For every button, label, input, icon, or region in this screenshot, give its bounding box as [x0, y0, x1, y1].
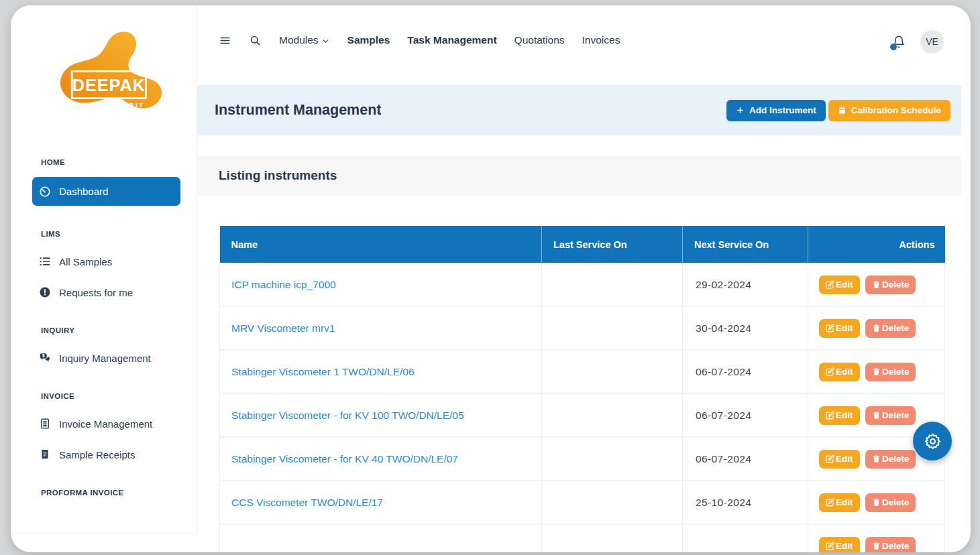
last-service-cell — [542, 263, 683, 307]
table-row: CCS Viscometer TWO/DN/LE/17 25-10-2024 E… — [220, 481, 945, 524]
delete-button-label: Delete — [882, 367, 910, 377]
logo-secondary-text: CYBIT — [117, 101, 145, 109]
user-avatar[interactable]: VE — [920, 30, 944, 54]
last-service-cell — [542, 306, 683, 350]
instrument-name-link[interactable]: Stabinger Viscometer 1 TWO/DN/LE/06 — [231, 366, 415, 377]
last-service-cell — [542, 481, 683, 524]
edit-button-label: Edit — [836, 497, 853, 507]
nav-link-invoices[interactable]: Invoices — [582, 34, 620, 46]
delete-button[interactable]: Delete — [865, 363, 916, 381]
sidebar-item-label: Invoice Management — [59, 418, 152, 430]
next-service-cell: 06-07-2024 — [683, 437, 808, 481]
sidebar-item-invoice-management[interactable]: Invoice Management — [32, 414, 180, 434]
next-service-cell — [683, 524, 808, 552]
listing-section-bar: Listing instruments — [197, 156, 961, 196]
sidebar-section-heading: PROFORMA INVOICE — [41, 489, 197, 499]
calibration-schedule-button[interactable]: Calibration Schedule — [828, 100, 950, 121]
sidebar-item-label: All Samples — [59, 256, 112, 267]
nav-link-label: Quotations — [514, 34, 565, 46]
last-service-cell — [542, 350, 683, 393]
edit-button[interactable]: Edit — [819, 275, 860, 294]
instrument-name-link[interactable]: Stabinger Viscometer - for KV 100 TWO/DN… — [231, 410, 464, 421]
edit-icon — [826, 411, 834, 420]
trash-icon — [872, 454, 881, 463]
delete-button[interactable]: Delete — [865, 537, 916, 553]
edit-button-label: Edit — [836, 323, 853, 333]
edit-icon — [826, 498, 834, 507]
add-instrument-label: Add Instrument — [749, 105, 816, 115]
section-title: Listing instruments — [219, 168, 337, 183]
search-icon[interactable] — [249, 34, 262, 47]
trash-icon — [872, 367, 881, 376]
edit-icon — [826, 367, 834, 376]
nav-link-modules[interactable]: Modules — [279, 34, 330, 46]
trash-icon — [872, 411, 881, 420]
sidebar-item-requests-for-me[interactable]: Requests for me — [32, 282, 180, 302]
comments-dollar-icon: $ — [39, 352, 51, 364]
edit-button[interactable]: Edit — [819, 406, 860, 425]
calendar-icon — [838, 106, 847, 115]
instrument-name-link[interactable]: ICP machine icp_7000 — [231, 279, 336, 290]
nav-link-samples[interactable]: Samples — [347, 34, 390, 46]
menu-icon[interactable] — [219, 34, 231, 47]
delete-button[interactable]: Delete — [865, 493, 916, 512]
instrument-name-link[interactable]: MRV Viscometer mrv1 — [231, 322, 335, 334]
edit-icon — [826, 454, 834, 463]
receipt-icon — [39, 448, 51, 460]
nav-link-label: Modules — [279, 34, 319, 46]
exclamation-circle-icon — [39, 286, 51, 298]
delete-button[interactable]: Delete — [865, 450, 916, 469]
last-service-cell — [542, 524, 683, 552]
file-invoice-icon — [39, 418, 51, 430]
delete-button[interactable]: Delete — [865, 319, 916, 338]
next-service-cell: 30-04-2024 — [683, 306, 808, 350]
next-service-cell: 29-02-2024 — [683, 263, 808, 307]
sidebar: DEEPAK CYBIT HOMEDashboardLIMSAll Sample… — [11, 5, 197, 534]
edit-button-label: Edit — [836, 280, 853, 290]
sidebar-section-heading: LIMS — [41, 230, 197, 241]
plus-icon — [736, 106, 745, 115]
svg-text:$: $ — [42, 353, 45, 359]
last-service-cell — [542, 393, 683, 437]
column-header-name: Name — [220, 226, 542, 263]
edit-icon — [826, 542, 834, 550]
delete-button-label: Delete — [882, 541, 910, 551]
edit-button[interactable]: Edit — [819, 363, 860, 381]
table-row: Stabinger Viscometer - for KV 100 TWO/DN… — [220, 393, 945, 437]
column-header-next-service-on: Next Service On — [683, 226, 808, 263]
delete-button[interactable]: Delete — [865, 275, 916, 294]
delete-button-label: Delete — [882, 323, 910, 333]
page-title: Instrument Management — [215, 102, 381, 119]
chevron-down-icon — [321, 37, 330, 46]
delete-button-label: Delete — [882, 280, 910, 290]
edit-button[interactable]: Edit — [819, 450, 860, 469]
table-row: Edit Delete — [220, 524, 945, 552]
column-header-actions: Actions — [808, 226, 945, 263]
app-logo[interactable]: DEEPAK CYBIT — [50, 25, 167, 119]
sidebar-item-label: Requests for me — [59, 287, 133, 298]
table-row: Stabinger Viscometer 1 TWO/DN/LE/06 06-0… — [220, 350, 945, 393]
edit-button[interactable]: Edit — [819, 493, 860, 512]
sidebar-item-dashboard[interactable]: Dashboard — [32, 177, 180, 206]
edit-button[interactable]: Edit — [819, 319, 860, 338]
instrument-name-link[interactable]: Stabinger Viscometer - for KV 40 TWO/DN/… — [231, 453, 458, 465]
delete-button-label: Delete — [882, 454, 910, 464]
notifications-bell-icon[interactable] — [892, 35, 906, 49]
add-instrument-button[interactable]: Add Instrument — [726, 100, 826, 121]
delete-button-label: Delete — [882, 410, 910, 420]
sidebar-item-all-samples[interactable]: All Samples — [32, 251, 180, 271]
delete-button[interactable]: Delete — [865, 406, 916, 425]
sidebar-item-sample-receipts[interactable]: Sample Receipts — [32, 444, 180, 465]
sidebar-item-inquiry-management[interactable]: $Inquiry Management — [32, 348, 180, 368]
edit-icon — [826, 280, 834, 289]
edit-icon — [826, 324, 834, 332]
trash-icon — [872, 542, 881, 550]
nav-link-quotations[interactable]: Quotations — [514, 34, 565, 46]
dashboard-icon — [39, 186, 51, 198]
instrument-name-link[interactable]: CCS Viscometer TWO/DN/LE/17 — [231, 497, 383, 508]
edit-button[interactable]: Edit — [819, 537, 860, 553]
nav-link-task-management[interactable]: Task Management — [407, 34, 496, 46]
settings-fab-button[interactable] — [913, 422, 952, 460]
sidebar-section-heading: INVOICE — [41, 392, 197, 403]
sidebar-item-label: Sample Receipts — [59, 449, 135, 460]
